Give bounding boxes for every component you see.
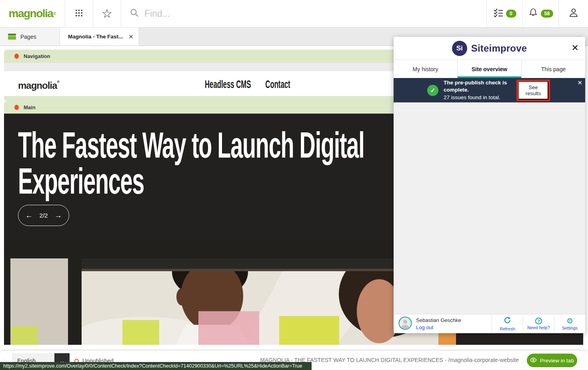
carousel-controls: ← 2/2 →: [18, 205, 69, 226]
check-circle-icon: ✓: [427, 85, 438, 96]
global-search[interactable]: [121, 0, 487, 27]
component-marker-icon: [14, 54, 19, 59]
close-icon[interactable]: ✕: [577, 79, 582, 86]
refresh-icon: [504, 316, 511, 326]
refresh-label: Refresh: [500, 326, 515, 331]
hero-title: The Fastest Way to Launch Digital Experi…: [18, 127, 364, 199]
component-marker-icon: [14, 105, 19, 110]
preview-button-label: Preview in tab: [540, 358, 574, 364]
tab-site-overview[interactable]: Site overview: [457, 60, 521, 78]
siteimprove-panel: Si Siteimprove ✕ My history Site overvie…: [394, 37, 585, 333]
eye-icon: [530, 358, 537, 364]
notifications-badge: 58: [541, 10, 554, 18]
tasks-button[interactable]: 0: [487, 0, 523, 27]
logout-link[interactable]: Log out: [416, 324, 461, 331]
tab-my-history[interactable]: My history: [394, 60, 457, 78]
refresh-button[interactable]: Refresh: [492, 314, 523, 333]
tasks-badge: 0: [506, 10, 516, 18]
user-menu-button[interactable]: [559, 0, 588, 27]
link-status-url: https://my2.siteimprove.com/Overlay/0/0/…: [0, 362, 312, 370]
checklist-icon: [493, 8, 504, 19]
carousel-next-button[interactable]: →: [54, 211, 62, 220]
registered-mark: ®: [53, 11, 56, 16]
see-results-button[interactable]: See results: [518, 81, 548, 100]
tab-pages[interactable]: Pages: [0, 28, 60, 46]
settings-button[interactable]: ⚙ Settings: [554, 314, 585, 333]
avatar: [398, 316, 412, 332]
magnolia-logo[interactable]: magnolia®: [0, 0, 65, 27]
nav-link-contact[interactable]: Contact: [265, 78, 290, 91]
bell-icon: [528, 8, 538, 20]
question-icon: ?: [535, 318, 542, 324]
need-help-button[interactable]: ? Need help?: [523, 314, 554, 333]
notification-title: The pre-publish check is complete.: [444, 79, 513, 94]
siteimprove-logo-icon: Si: [452, 41, 467, 56]
close-icon[interactable]: ✕: [128, 33, 134, 40]
search-input[interactable]: [144, 8, 304, 19]
magnolia-logo-text: magnolia: [8, 7, 53, 20]
siteimprove-user: Sebastian Geschke Log out: [394, 314, 492, 333]
pre-publish-notification: ✓ The pre-publish check is complete. 27 …: [394, 78, 585, 102]
carousel-index: 2/2: [40, 212, 48, 219]
siteimprove-content: [394, 102, 585, 314]
site-logo: magnolia®: [18, 80, 59, 91]
need-help-label: Need help?: [527, 325, 550, 330]
nav-link-headless-cms[interactable]: Headless CMS: [205, 78, 251, 91]
pages-app-icon: [8, 34, 16, 40]
hero-photo: [4, 240, 456, 345]
site-nav: Headless CMS Contact: [205, 78, 290, 91]
notification-subtitle: 27 issues found in total.: [444, 94, 513, 101]
siteimprove-header: Si Siteimprove ✕: [394, 37, 585, 60]
gear-icon: ⚙: [566, 317, 573, 325]
siteimprove-footer: Sebastian Geschke Log out Refresh ? Need…: [394, 314, 585, 333]
star-icon: ☆: [102, 8, 112, 20]
siteimprove-brand: Siteimprove: [471, 43, 527, 54]
area-navigation-label: Navigation: [24, 53, 50, 59]
settings-label: Settings: [562, 326, 578, 330]
area-main-label: Main: [24, 104, 36, 110]
close-icon[interactable]: ✕: [572, 43, 579, 53]
grid-icon: [75, 9, 83, 18]
favorites-button[interactable]: ☆: [93, 0, 121, 27]
user-name: Sebastian Geschke: [416, 317, 461, 324]
search-icon: [130, 8, 139, 19]
notifications-button[interactable]: 58: [523, 0, 559, 27]
preview-in-tab-button[interactable]: Preview in tab: [527, 354, 577, 367]
app-header: magnolia® ☆ 0: [0, 0, 588, 28]
tab-this-page[interactable]: This page: [521, 60, 585, 78]
pages-tab-label: Pages: [20, 34, 36, 40]
current-page-tab-label: Magnolia - The Fast...: [68, 34, 123, 40]
tab-current-page[interactable]: Magnolia - The Fast... ✕: [60, 28, 138, 46]
siteimprove-tabs: My history Site overview This page: [394, 60, 585, 78]
app-launcher-button[interactable]: [65, 0, 93, 27]
carousel-prev-button[interactable]: ←: [25, 211, 33, 220]
person-icon: [568, 7, 579, 20]
